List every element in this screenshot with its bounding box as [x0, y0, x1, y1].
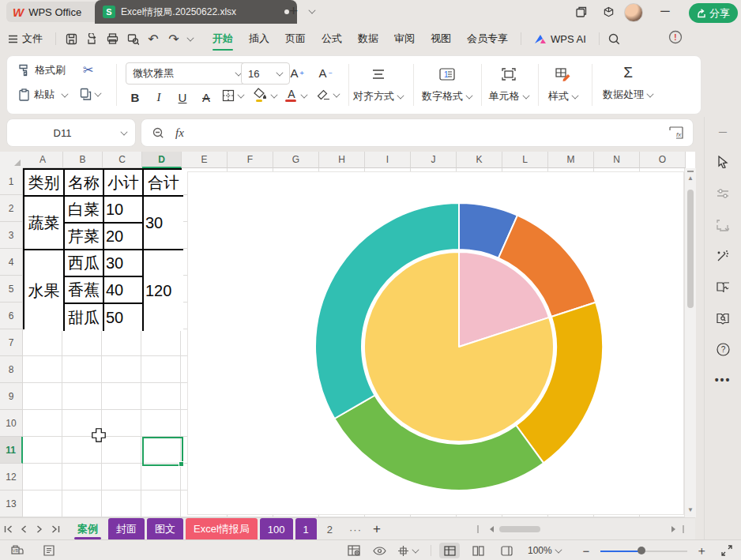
- row-header-4[interactable]: 4: [0, 249, 23, 276]
- cell-B3[interactable]: 芹菜: [65, 224, 104, 250]
- avatar[interactable]: [624, 3, 643, 22]
- file-menu[interactable]: 文件: [0, 24, 51, 54]
- vertical-scroll-thumb[interactable]: [687, 190, 694, 308]
- column-header-B[interactable]: B: [63, 152, 103, 168]
- menu-item-会员专享[interactable]: 会员专享: [459, 24, 516, 54]
- hsplit-left[interactable]: [477, 525, 479, 533]
- print-preview-icon[interactable]: [122, 28, 143, 49]
- share-button[interactable]: 分享: [689, 3, 738, 23]
- zoom-slider-thumb[interactable]: [638, 547, 645, 554]
- cell-D4-total[interactable]: 120: [144, 250, 183, 331]
- select-all-corner[interactable]: [0, 152, 24, 169]
- menu-item-插入[interactable]: 插入: [241, 24, 277, 54]
- cell-B4[interactable]: 西瓜: [65, 250, 104, 277]
- menu-item-页面[interactable]: 页面: [277, 24, 314, 54]
- cell-D2-total[interactable]: 30: [144, 197, 183, 250]
- sheet-tab-100[interactable]: 100: [260, 518, 293, 540]
- sheet-tab-图文[interactable]: 图文: [147, 518, 183, 540]
- column-header-N[interactable]: N: [594, 152, 640, 168]
- normal-view-button[interactable]: [439, 543, 460, 558]
- font-name-select[interactable]: 微软雅黑: [126, 62, 249, 85]
- column-header-M[interactable]: M: [548, 152, 594, 168]
- row-header-5[interactable]: 5: [0, 276, 23, 303]
- cell-A1[interactable]: 类别: [24, 170, 65, 197]
- cell-D1[interactable]: 合计: [144, 170, 183, 197]
- search-icon[interactable]: [604, 28, 625, 49]
- hscroll-right-icon[interactable]: [665, 518, 681, 540]
- scroll-up-icon[interactable]: ▲: [685, 175, 696, 182]
- new-tab-button[interactable]: +: [289, 2, 298, 20]
- scroll-down-icon[interactable]: ▼: [685, 506, 696, 513]
- loop-selection-icon[interactable]: [714, 216, 732, 234]
- cell-anchor-icon[interactable]: [393, 540, 422, 560]
- sheet-tab-1[interactable]: 1: [295, 518, 317, 540]
- column-header-J[interactable]: J: [411, 152, 457, 168]
- select-cursor-icon[interactable]: [714, 153, 732, 171]
- hsplit-right[interactable]: [683, 525, 684, 533]
- column-header-A[interactable]: A: [23, 152, 63, 168]
- add-sheet-icon[interactable]: +: [373, 521, 381, 537]
- cell-B1[interactable]: 名称: [65, 170, 104, 197]
- cell-C4[interactable]: 30: [104, 250, 144, 277]
- selected-cell-D11[interactable]: [142, 437, 183, 466]
- help-icon[interactable]: ?: [714, 340, 732, 358]
- column-header-O[interactable]: O: [640, 152, 686, 168]
- zoom-in-button[interactable]: ＋: [694, 540, 709, 560]
- workspace-cube-icon[interactable]: [597, 1, 619, 23]
- column-header-I[interactable]: I: [365, 152, 411, 168]
- column-header-F[interactable]: F: [228, 152, 273, 168]
- cells-group[interactable]: 单元格: [486, 64, 532, 103]
- settings-sliders-icon[interactable]: [714, 185, 732, 202]
- page-layout-view-button[interactable]: [468, 543, 488, 558]
- bold-button[interactable]: B: [126, 88, 145, 107]
- row-header-11[interactable]: 11: [0, 437, 23, 464]
- page-break-view-button[interactable]: [496, 543, 517, 558]
- cell-B2[interactable]: 白菜: [65, 197, 104, 224]
- selection-stats-icon[interactable]: [344, 540, 363, 560]
- wps-home-tab[interactable]: W WPS Office: [6, 2, 101, 22]
- vertical-scrollbar[interactable]: ▲ ▼: [684, 168, 696, 517]
- more-sheets-icon[interactable]: ···: [349, 524, 362, 536]
- sheet-tab-2[interactable]: 2: [319, 518, 340, 540]
- cell-B5[interactable]: 香蕉: [65, 277, 104, 304]
- font-size-select[interactable]: 16: [241, 62, 290, 85]
- column-header-D[interactable]: D: [142, 152, 182, 168]
- sheet-tab-封面[interactable]: 封面: [108, 518, 145, 540]
- print-icon[interactable]: [102, 28, 122, 49]
- cut-icon[interactable]: ✂: [83, 62, 93, 77]
- row-header-9[interactable]: 9: [0, 383, 23, 410]
- cell-A2-vegetables[interactable]: 蔬菜: [24, 197, 65, 250]
- split-handle[interactable]: [687, 171, 694, 172]
- chart-object[interactable]: [187, 171, 684, 515]
- data-table[interactable]: 类别 名称 小计 合计 蔬菜 白菜 10 30 芹菜 20 水果 西瓜 30 1…: [23, 168, 182, 329]
- strikethrough-button[interactable]: A: [197, 88, 216, 107]
- row-header-12[interactable]: 12: [0, 464, 23, 490]
- column-header-G[interactable]: G: [273, 152, 319, 168]
- underline-button[interactable]: U: [173, 88, 192, 107]
- fx-panel-icon[interactable]: fx: [669, 126, 683, 139]
- document-tab[interactable]: S Excel情报局.20250622.xlsx: [95, 0, 297, 24]
- export-pdf-icon[interactable]: [81, 28, 102, 49]
- row-header-8[interactable]: 8: [0, 356, 23, 383]
- decrease-font-button[interactable]: A－: [317, 63, 336, 82]
- styles-group[interactable]: 样式: [543, 64, 584, 103]
- row-header-1[interactable]: 1: [0, 168, 23, 195]
- font-color-button[interactable]: A: [285, 88, 307, 103]
- eye-icon[interactable]: [370, 540, 389, 560]
- borders-button[interactable]: [222, 89, 244, 102]
- fx-icon[interactable]: fx: [175, 126, 184, 140]
- row-header-10[interactable]: 10: [0, 410, 23, 437]
- menu-item-视图[interactable]: 视图: [423, 24, 459, 54]
- number-format-group[interactable]: 1 数字格式: [419, 64, 475, 103]
- cell-C1[interactable]: 小计: [104, 170, 144, 197]
- cell-B6[interactable]: 甜瓜: [65, 304, 104, 331]
- outline-view-icon[interactable]: [39, 540, 58, 560]
- increase-font-button[interactable]: A＋: [288, 63, 307, 82]
- macro-record-icon[interactable]: VB: [8, 540, 27, 560]
- fullscreen-icon[interactable]: [717, 540, 736, 560]
- hscroll-left-icon[interactable]: [483, 518, 499, 540]
- redo-icon[interactable]: ↷: [164, 28, 184, 49]
- menu-item-公式[interactable]: 公式: [314, 24, 350, 54]
- cell-C3[interactable]: 20: [104, 224, 144, 250]
- signature-book-icon[interactable]: [714, 278, 732, 295]
